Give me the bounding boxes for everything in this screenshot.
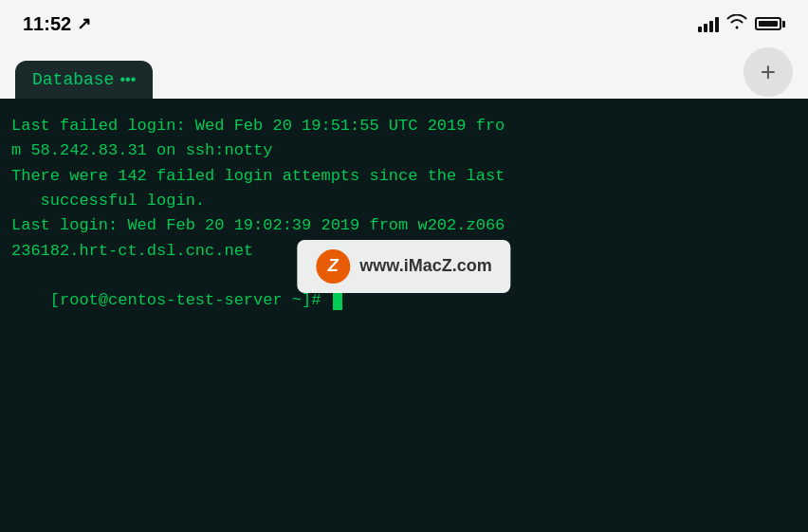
signal-bar-4 [715, 17, 719, 32]
terminal-line-6: 236182.hrt-ct.dsl.cnc.net [11, 239, 797, 264]
time-display: 11:52 [23, 13, 71, 35]
terminal-prompt: [root@centos-test-server ~]# [50, 291, 331, 309]
terminal-cursor [333, 291, 342, 310]
signal-bar-2 [704, 24, 707, 32]
terminal-line-1: Last failed login: Wed Feb 20 19:51:55 U… [11, 114, 797, 138]
status-time-area: 11:52 ↗ [23, 13, 91, 35]
signal-bar-3 [709, 21, 713, 32]
wifi-icon [726, 14, 747, 34]
add-tab-button[interactable]: + [744, 47, 793, 97]
status-bar: 11:52 ↗ [0, 0, 808, 47]
database-tab[interactable]: Database ••• [15, 61, 153, 99]
signal-bar-1 [698, 27, 702, 32]
tab-bar: Database ••• + [0, 47, 808, 99]
terminal-line-2: m 58.242.83.31 on ssh:notty [11, 138, 797, 163]
location-arrow-icon: ↗ [77, 13, 91, 34]
tab-dots: ••• [119, 71, 136, 88]
terminal-line-4: successful login. [11, 189, 797, 213]
battery-icon [755, 17, 785, 30]
status-icons-area [698, 14, 785, 34]
terminal-line-3: There were 142 failed login attempts sin… [11, 164, 797, 189]
signal-icon [698, 15, 719, 32]
tab-label: Database [32, 70, 114, 89]
terminal-area: Last failed login: Wed Feb 20 19:51:55 U… [0, 99, 808, 532]
add-icon: + [761, 57, 776, 87]
terminal-prompt-line[interactable]: [root@centos-test-server ~]# [11, 264, 797, 339]
terminal-line-5: Last login: Wed Feb 20 19:02:39 2019 fro… [11, 213, 797, 238]
